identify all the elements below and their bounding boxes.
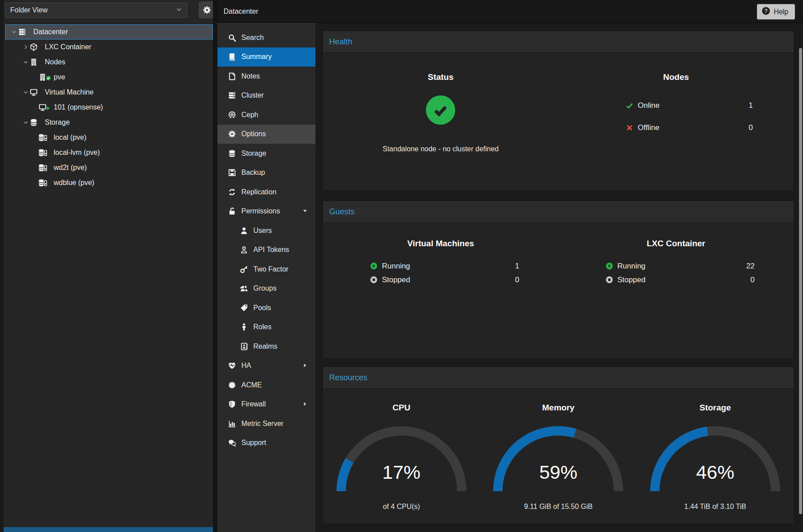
check-badge-icon [46,75,51,81]
sidebar-item-roles[interactable]: Roles [217,318,315,337]
content-scrollbar [798,46,803,532]
sidebar-item-label: Backup [241,169,265,177]
sidebar-item-metric-server[interactable]: Metric Server [217,414,315,433]
sidebar-item-firewall[interactable]: Firewall [217,395,315,414]
sidebar-item-label: Options [241,130,266,138]
guests-panel: Guests Virtual MachinesRunning1Stopped0L… [323,201,794,359]
guest-row-running: Running1 [323,259,559,273]
sidebar-item-label: Search [241,34,264,42]
gear-icon [203,6,211,14]
check-icon [626,102,633,109]
tree-item-pve[interactable]: pve [5,70,213,85]
tree-item-virtual-machine[interactable]: Virtual Machine [5,85,213,100]
sidebar-item-label: Firewall [241,400,266,408]
sidebar-item-backup[interactable]: Backup [217,163,315,183]
unlock-icon [228,207,236,215]
sidebar-item-storage[interactable]: Storage [217,144,315,163]
chevron-right-icon [23,44,29,50]
key-icon [240,265,248,273]
tree-item-local-pve[interactable]: local (pve) [5,130,213,145]
sidebar-item-label: Storage [241,150,266,158]
gauge-caption: of 4 CPU(s) [323,503,480,511]
sidebar-item-ha[interactable]: HA [217,356,315,376]
sidebar-item-search[interactable]: Search [217,28,315,47]
tree-item-local-lvm-pve[interactable]: local-lvm (pve) [5,145,213,160]
sidebar-item-replication[interactable]: Replication [217,182,315,202]
scrollbar-thumb[interactable] [799,48,802,514]
sidebar-item-two-factor[interactable]: Two Factor [217,260,315,279]
guest-row-label: Stopped [382,276,515,284]
nodes-rows: Online1Offline0 [559,95,794,139]
sidebar-item-ceph[interactable]: Ceph [217,105,315,125]
gauge-arc [649,425,782,497]
resource-tree: DatacenterLXC ContainerNodespveVirtual M… [4,24,213,190]
sidebar-item-notes[interactable]: Notes [217,67,315,86]
tree-expander[interactable] [10,29,18,35]
sidebar-item-acme[interactable]: ACME [217,375,315,395]
sidebar-item-label: ACME [241,381,262,389]
tree-item-label: 101 (opnsense) [54,103,103,111]
status-heading: Status [323,72,559,82]
sidebar-item-label: Two Factor [253,265,288,273]
tree-resize-bar[interactable] [4,527,213,532]
guests-panel-body: Virtual MachinesRunning1Stopped0LXC Cont… [323,223,794,359]
guest-row-stopped: Stopped0 [559,273,794,287]
sidebar-item-summary[interactable]: Summary [217,47,315,67]
sidebar-item-options[interactable]: Options [217,125,315,144]
tree-expander[interactable] [22,59,30,65]
tree-item-label: local (pve) [54,134,87,142]
tree-item-lxc-container[interactable]: LXC Container [5,39,213,55]
view-mode-select[interactable]: Folder View [5,3,187,18]
chevron-down-icon [23,89,29,95]
guest-row-stopped: Stopped0 [323,273,559,287]
gauge-caption: 1.44 TiB of 3.10 TiB [637,503,794,511]
sidebar-item-label: Groups [253,284,276,292]
sidebar-item-cluster[interactable]: Cluster [217,86,315,106]
guest-row-label: Running [382,262,515,271]
gauge-heading: CPU [323,403,480,413]
guest-row-value: 1 [515,262,519,271]
sidebar-item-permissions[interactable]: Permissions [217,202,315,221]
cube-icon [30,43,38,51]
tree-item-label: Datacenter [33,28,68,36]
tree-item-wdblue-pve[interactable]: wdblue (pve) [5,175,213,190]
panel-splitter[interactable] [213,0,217,532]
node-status-row-online: Online1 [559,95,794,117]
chevron-down-icon [11,29,17,35]
sidebar-item-label: Ceph [241,111,258,119]
tree-item-wd2t-pve[interactable]: wd2t (pve) [5,160,213,175]
sidebar-item-label: Roles [253,323,272,331]
sidebar-item-realms[interactable]: Realms [217,337,315,356]
guests-column-heading: Virtual Machines [323,239,559,248]
tree-item-nodes[interactable]: Nodes [5,55,213,70]
tree-expander[interactable] [22,89,30,95]
sidebar-item-label: Pools [253,304,271,312]
tri-right-icon [303,402,307,406]
tree-item-label: Virtual Machine [45,88,94,96]
tree-item-storage[interactable]: Storage [5,115,213,130]
tree-item-101-opnsense[interactable]: 101 (opnsense) [5,100,213,115]
sidebar-item-label: Summary [241,53,272,61]
gauge-heading: Storage [637,403,794,413]
monitor-icon [30,88,38,96]
floppy-icon [228,169,236,177]
play-circle-icon [370,262,378,270]
sidebar-item-groups[interactable]: Groups [217,279,315,299]
question-icon: ? [762,7,770,17]
sidebar-item-pools[interactable]: Pools [217,298,315,318]
status-message: Standalone node - no cluster defined [323,145,559,153]
gauge-arc [492,425,625,497]
sidebar-item-support[interactable]: Support [217,433,315,453]
tree-expander[interactable] [22,119,30,126]
tree-item-datacenter[interactable]: Datacenter [5,24,213,39]
question-icon: ? [762,7,770,15]
tree-item-label: pve [54,73,65,81]
tree-item-label: LXC Container [45,43,91,51]
sidebar-item-users[interactable]: Users [217,221,315,240]
help-button[interactable]: ? Help [757,4,795,20]
sidebar-item-api-tokens[interactable]: API Tokens [217,240,315,260]
tree-expander[interactable] [22,44,30,50]
note-icon [228,72,236,80]
database-icon [30,118,38,126]
tree-item-label: Storage [45,118,70,126]
